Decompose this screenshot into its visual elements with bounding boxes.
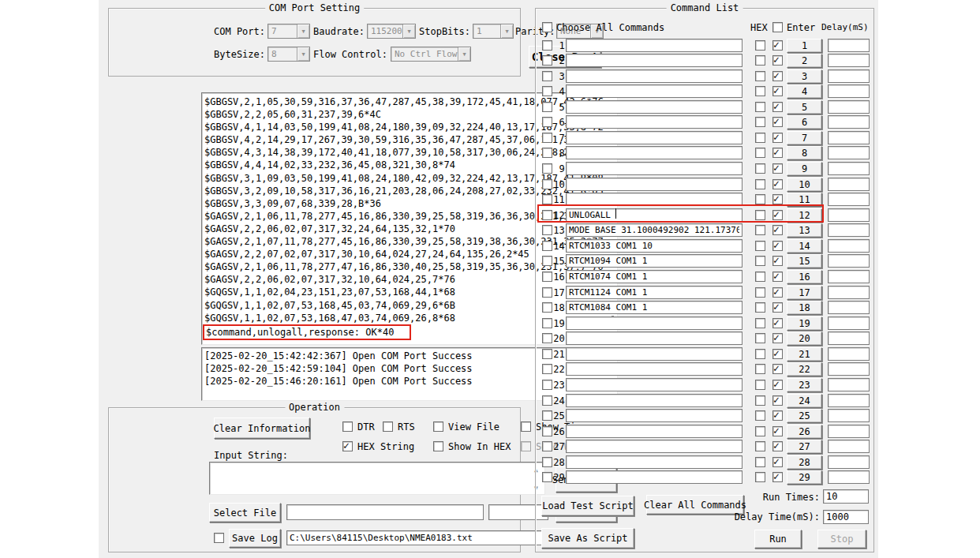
hex-checkbox[interactable] [755, 318, 765, 328]
command-input[interactable] [566, 115, 742, 129]
send-row-button[interactable]: 17 [787, 286, 822, 300]
send-row-button[interactable]: 8 [787, 146, 822, 160]
enter-checkbox[interactable] [772, 148, 783, 158]
command-input[interactable] [566, 455, 742, 469]
send-row-button[interactable]: 5 [787, 100, 822, 114]
send-row-button[interactable]: 13 [787, 223, 822, 238]
enter-checkbox[interactable] [772, 71, 783, 81]
hex-checkbox[interactable] [755, 210, 765, 220]
send-row-button[interactable]: 22 [787, 362, 822, 376]
chevron-down-icon[interactable]: ▼ [402, 24, 415, 38]
chevron-down-icon[interactable]: ▼ [297, 24, 309, 38]
hex-checkbox[interactable] [755, 410, 765, 421]
view-file-checkbox[interactable] [433, 421, 443, 432]
command-input[interactable] [566, 131, 742, 144]
enter-checkbox[interactable] [772, 472, 783, 482]
stopbits-select[interactable]: 1 ▼ [473, 24, 514, 39]
send-row-button[interactable]: 3 [787, 69, 822, 84]
command-input[interactable] [566, 347, 742, 361]
send-row-button[interactable]: 14 [787, 239, 822, 253]
command-input[interactable] [566, 84, 742, 98]
send-row-button[interactable]: 21 [787, 347, 822, 361]
send-row-button[interactable]: 27 [787, 440, 822, 454]
command-input[interactable] [566, 193, 742, 206]
send-row-button[interactable]: 20 [787, 331, 822, 346]
send-row-button[interactable]: 11 [787, 193, 822, 207]
enter-checkbox[interactable] [772, 272, 783, 282]
command-input[interactable] [566, 69, 742, 83]
select-file-button[interactable]: Select File [209, 503, 281, 522]
hex-checkbox[interactable] [755, 117, 765, 127]
enter-checkbox[interactable] [772, 457, 783, 467]
delay-input[interactable] [828, 331, 870, 345]
hex-checkbox[interactable] [755, 272, 765, 282]
hex-checkbox[interactable] [755, 148, 765, 158]
command-input[interactable] [566, 239, 742, 253]
delay-input[interactable] [828, 409, 870, 422]
hex-checkbox[interactable] [755, 40, 765, 51]
run-button[interactable]: Run [754, 530, 802, 549]
hex-checkbox[interactable] [755, 395, 765, 406]
input-string-textarea[interactable] [209, 462, 545, 495]
delay-input[interactable] [828, 131, 870, 144]
hex-string-checkbox[interactable] [342, 441, 353, 451]
send-row-button[interactable]: 9 [787, 162, 822, 176]
command-input[interactable] [566, 316, 742, 330]
delay-input[interactable] [828, 394, 870, 407]
delay-input[interactable] [828, 69, 870, 83]
hex-checkbox[interactable] [755, 426, 765, 436]
command-input[interactable] [566, 409, 742, 422]
save-log-checkbox[interactable] [214, 533, 224, 543]
hex-checkbox[interactable] [755, 349, 765, 359]
enter-checkbox[interactable] [772, 194, 783, 204]
enter-checkbox[interactable] [772, 55, 783, 66]
delay-input[interactable] [828, 286, 870, 299]
delay-input[interactable] [828, 100, 870, 114]
command-input[interactable] [566, 331, 742, 345]
dtr-checkbox[interactable] [342, 421, 353, 432]
command-input[interactable] [566, 270, 742, 283]
command-input[interactable] [566, 223, 742, 237]
enter-checkbox[interactable] [772, 256, 783, 266]
flow-control-select[interactable]: No Ctrl Flow ▼ [391, 47, 471, 62]
send-row-button[interactable]: 1 [787, 39, 822, 53]
enter-checkbox[interactable] [772, 225, 783, 235]
send-row-button[interactable]: 6 [787, 115, 822, 129]
enter-checkbox[interactable] [772, 133, 783, 143]
enter-checkbox[interactable] [772, 410, 783, 421]
enter-checkbox[interactable] [772, 441, 783, 451]
rts-checkbox[interactable] [383, 421, 393, 432]
delay-input[interactable] [828, 115, 870, 129]
delay-input[interactable] [828, 378, 870, 391]
delay-input[interactable] [828, 470, 870, 484]
enter-checkbox[interactable] [772, 117, 783, 127]
send-row-button[interactable]: 28 [787, 455, 822, 470]
command-input[interactable] [566, 425, 742, 438]
enter-checkbox[interactable] [772, 241, 783, 251]
send-row-button[interactable]: 7 [787, 131, 822, 145]
send-row-button[interactable]: 10 [787, 178, 822, 192]
delay-input[interactable] [828, 39, 870, 52]
delay-input[interactable] [828, 347, 870, 361]
chevron-down-icon[interactable]: ▼ [500, 24, 513, 38]
delay-input[interactable] [828, 162, 870, 175]
hex-checkbox[interactable] [755, 441, 765, 451]
hex-checkbox[interactable] [755, 55, 765, 66]
delay-input[interactable] [828, 223, 870, 237]
command-input[interactable] [566, 470, 742, 484]
save-log-button[interactable]: Save Log [229, 529, 281, 548]
hex-checkbox[interactable] [755, 71, 765, 81]
command-input[interactable] [566, 178, 742, 191]
send-row-button[interactable]: 16 [787, 270, 822, 284]
delay-input[interactable] [828, 455, 870, 469]
hex-checkbox[interactable] [755, 194, 765, 204]
hex-checkbox[interactable] [755, 225, 765, 235]
hex-checkbox[interactable] [755, 333, 765, 343]
baudrate-select[interactable]: 115200 ▼ [367, 24, 416, 39]
enter-checkbox[interactable] [772, 163, 783, 174]
command-input[interactable] [566, 440, 742, 453]
delay-input[interactable] [828, 239, 870, 253]
delay-input[interactable] [828, 362, 870, 376]
delay-time-input[interactable] [823, 510, 869, 524]
run-times-input[interactable] [823, 489, 869, 504]
